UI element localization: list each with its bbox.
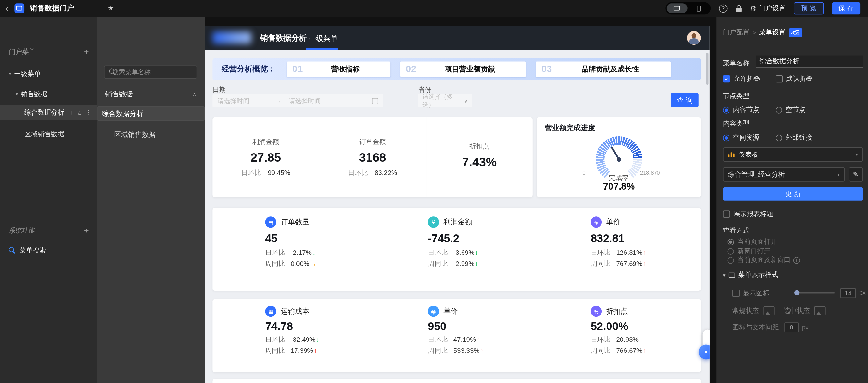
menu-search-box[interactable] — [104, 65, 197, 79]
default-collapse-option[interactable]: 默认折叠 — [776, 74, 812, 84]
trend-arrow-icon: ↑ — [643, 260, 646, 267]
radio-selected-icon[interactable] — [723, 107, 730, 113]
banner-item-number: 03 — [536, 64, 552, 75]
show-icon-label: 显示图标 — [743, 288, 769, 298]
resource-type-select[interactable]: 仪表板 ▾ — [723, 147, 863, 161]
banner-item-brand-growth[interactable]: 03 品牌贡献及成长性 — [536, 61, 671, 77]
update-button[interactable]: 更 新 — [723, 187, 863, 201]
level-badge: 3级 — [789, 28, 802, 37]
banner-item-revenue[interactable]: 01 营收指标 — [287, 61, 390, 77]
icon-size-value[interactable]: 14 — [840, 288, 856, 298]
display-icon — [728, 273, 735, 277]
show-icon-row: 显示图标 14 px — [733, 288, 863, 298]
completion-rate-value: 707.8% — [537, 181, 701, 192]
portal-settings-button[interactable]: ⚙ 门户设置 — [750, 4, 785, 13]
display-style-section-header[interactable]: ▾ 菜单展示样式 — [723, 270, 778, 280]
scrollbar-thumb[interactable] — [707, 53, 709, 85]
resource-select[interactable]: 综合管理_经营分析 ▾ — [723, 167, 845, 181]
menu-item-regional-sales[interactable]: 区域销售数据 — [97, 125, 205, 144]
back-icon[interactable]: ‹ — [5, 4, 9, 13]
tree-node-level1[interactable]: ▾ 一级菜单 — [9, 69, 97, 78]
view-mode-current-page[interactable]: 当前页面打开 — [727, 237, 777, 246]
info-icon[interactable]: i — [794, 257, 800, 263]
content-type-external-option[interactable]: 外部链接 — [776, 133, 812, 143]
mobile-toggle[interactable] — [688, 3, 709, 13]
trend-label: 周同比 — [428, 347, 447, 354]
add-menu-icon[interactable]: ＋ — [83, 47, 90, 57]
show-report-title-label: 展示报表标题 — [734, 209, 773, 219]
preview-scrollbar[interactable] — [707, 52, 709, 381]
menu-search-input[interactable] — [112, 69, 197, 75]
sidebar-item-comprehensive-analysis[interactable]: 综合数据分析 ＋ ⌂ ⋮ — [0, 105, 97, 120]
desktop-toggle[interactable] — [666, 3, 687, 13]
view-mode-new-window[interactable]: 新窗口打开 — [727, 246, 771, 256]
preview-button[interactable]: 预 览 — [794, 2, 824, 14]
date-range-picker[interactable]: 请选择时间 → 请选择时间 — [213, 94, 383, 108]
icon-text-gap-value[interactable]: 8 — [784, 322, 799, 332]
radio-disabled-icon[interactable] — [727, 248, 734, 255]
content-type-space-option[interactable]: 空间资源 — [723, 133, 760, 143]
stat-shipping-cost: ▦ 运输成本 74.78 日环比-32.49%↓ 周同比17.39%↑ — [213, 299, 375, 372]
resource-value: 综合管理_经营分析 — [728, 170, 785, 179]
more-icon[interactable]: ⋮ — [85, 109, 91, 116]
icon-size-slider-track[interactable] — [794, 292, 835, 293]
menu-name-input[interactable] — [756, 56, 863, 68]
star-icon[interactable]: ★ — [108, 4, 114, 12]
banner-item-project-contribution[interactable]: 02 项目营业额贡献 — [400, 61, 526, 77]
radio-disabled-icon[interactable] — [727, 257, 734, 263]
normal-state-image-icon[interactable] — [763, 306, 774, 315]
node-type-content-option[interactable]: 内容节点 — [723, 105, 760, 115]
menu-item-comprehensive-analysis[interactable]: 综合数据分析 — [97, 107, 205, 121]
lock-icon[interactable] — [736, 5, 742, 12]
show-report-title-option[interactable]: 展示报表标题 — [723, 209, 773, 219]
trend-value: -3.69% — [454, 248, 474, 257]
device-toggle — [665, 2, 711, 14]
province-select[interactable]: 请选择（多选） ∨ — [418, 94, 472, 108]
query-button[interactable]: 查 询 — [671, 93, 699, 108]
caret-down-icon: ▾ — [16, 91, 18, 97]
view-mode-both[interactable]: 当前页面及新窗口 i — [727, 256, 800, 265]
stat-label: 折扣点 — [469, 142, 489, 151]
allow-collapse-label: 允许折叠 — [734, 74, 760, 84]
selected-state-image-icon[interactable] — [814, 306, 825, 315]
tab-level1-menu[interactable]: 一级菜单 — [309, 34, 338, 44]
checkbox-icon[interactable] — [776, 75, 783, 83]
sidebar-item-menu-search[interactable]: 菜单搜索 — [9, 245, 97, 256]
px-unit-label: px — [859, 289, 866, 296]
radio-selected-icon[interactable] — [723, 135, 730, 141]
system-functions-label: 系统功能 — [9, 226, 35, 235]
checkbox-checked-icon[interactable] — [723, 75, 730, 83]
radio-selected-disabled-icon[interactable] — [727, 239, 734, 245]
home-icon[interactable]: ⌂ — [78, 109, 82, 116]
default-collapse-label: 默认折叠 — [786, 74, 812, 84]
stat-discount-point: 折扣点 7.43% — [426, 118, 533, 197]
radio-icon[interactable] — [776, 135, 782, 141]
edit-resource-button[interactable]: ✎ — [848, 167, 863, 181]
allow-collapse-option[interactable]: 允许折叠 — [723, 74, 760, 84]
kpi-card-row1: 利润金额 27.85 日环比-99.45% 订单金额 3168 日环比-83.2… — [213, 118, 532, 197]
radio-icon[interactable] — [776, 107, 782, 113]
user-avatar[interactable] — [687, 31, 701, 45]
stat-value: 74.78 — [265, 320, 375, 333]
trend-value: 126.31% — [616, 248, 642, 257]
help-icon[interactable]: ? — [719, 4, 727, 13]
menu-group-label: 销售数据 — [105, 90, 133, 99]
add-child-icon[interactable]: ＋ — [69, 109, 75, 117]
menu-group-sales[interactable]: 销售数据 ∧ — [97, 86, 205, 102]
stat-label: 折扣点 — [606, 306, 628, 317]
checkbox-icon[interactable] — [723, 211, 730, 218]
trend-arrow-icon: ↓ — [316, 335, 319, 344]
stat-unit-price: ◈ 单价 832.81 日环比126.31%↑ 周同比767.69%↑ — [538, 208, 701, 291]
icon-size-slider-thumb[interactable] — [794, 290, 799, 295]
tree-node-sales[interactable]: ▾ 销售数据 — [16, 90, 97, 98]
checkbox-disabled-icon[interactable] — [733, 290, 740, 297]
save-button[interactable]: 保 存 — [832, 2, 860, 14]
stat-label: 利润金额 — [443, 217, 472, 227]
collapse-chevron-icon[interactable]: ∧ — [192, 91, 196, 97]
completion-gauge-card: 营业额完成进度 0 218,870 完成率 707.8% — [537, 118, 701, 197]
add-function-icon[interactable]: ＋ — [83, 226, 90, 236]
sidebar-item-regional-sales[interactable]: 区域销售数据 — [24, 129, 97, 138]
node-type-empty-label: 空节点 — [785, 105, 805, 115]
breadcrumb-root[interactable]: 门户配置 — [723, 28, 750, 37]
node-type-empty-option[interactable]: 空节点 — [776, 105, 805, 115]
